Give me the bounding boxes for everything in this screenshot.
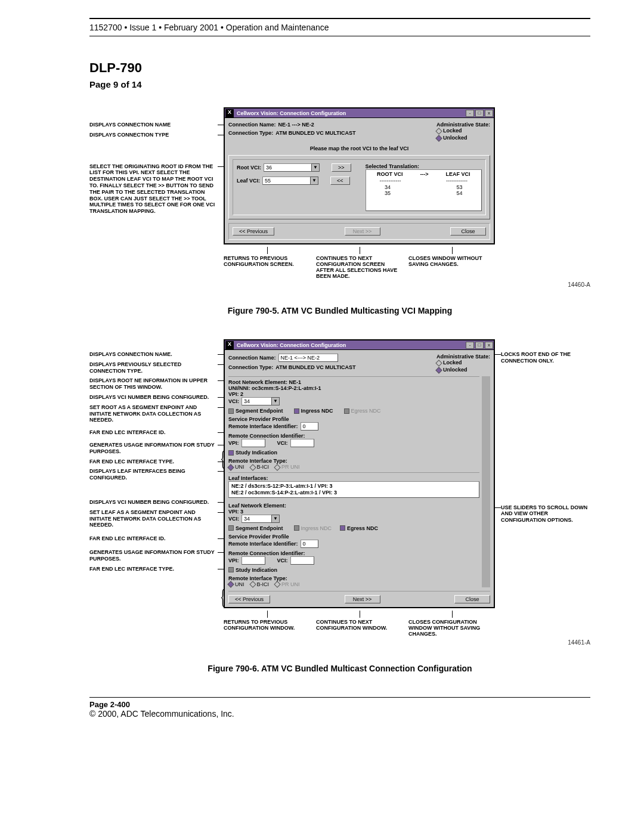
radio-icon[interactable] bbox=[249, 464, 256, 470]
radio-icon[interactable] bbox=[435, 367, 442, 373]
selected-translation-label: Selected Translation: bbox=[366, 163, 482, 169]
callout: DISPLAYS PREVIOUSLY SELECTED CONNECTION … bbox=[89, 361, 218, 374]
previous-button[interactable]: << Previous bbox=[228, 595, 270, 603]
rii-field[interactable]: 0 bbox=[301, 422, 318, 431]
translation-value: 34 bbox=[385, 184, 391, 191]
locked-label: Locked bbox=[443, 128, 462, 134]
figure-number: 14461-A bbox=[89, 639, 590, 646]
close-icon[interactable]: x bbox=[485, 342, 493, 349]
window-vci-mapping: X Cellworx Vision: Connection Configurat… bbox=[224, 107, 495, 244]
radio-icon[interactable] bbox=[274, 464, 280, 470]
leaf-if-label: Leaf Interfaces: bbox=[228, 475, 479, 481]
callout: DISPLAYS CONNECTION NAME. bbox=[89, 351, 218, 358]
callout: FAR END LEC INTERFACE ID. bbox=[89, 535, 218, 542]
callout-next: CONTINUES TO NEXT CONFIGURATION SCREEN A… bbox=[316, 247, 402, 279]
pruni-radio: PR UNI bbox=[281, 464, 300, 470]
figure-number: 14460-A bbox=[89, 281, 590, 288]
uni-nni-text: UNI/NNI: oc3cmm:S-14:P-2:L-atm:I-1 bbox=[228, 385, 479, 391]
leaf-vci-select[interactable]: 34 ▼ bbox=[242, 515, 280, 523]
leaf-ne-label: Leaf Network Element: bbox=[228, 503, 479, 509]
rci-vpi-field[interactable] bbox=[242, 439, 265, 447]
root-vci-label: Root VCI: bbox=[237, 165, 261, 171]
conn-name-label: Connection Name: bbox=[228, 122, 276, 128]
segment-endpoint-check: Segment Endpoint bbox=[236, 525, 283, 531]
checkbox-icon[interactable] bbox=[228, 525, 234, 531]
rci-label: Remote Connection Identifier: bbox=[228, 433, 479, 439]
maximize-icon[interactable]: □ bbox=[475, 110, 484, 117]
translation-listbox[interactable]: ROOT VCI ---> LEAF VCI ------------ ----… bbox=[366, 169, 482, 211]
close-icon[interactable]: x bbox=[485, 110, 493, 117]
rci-vci-field[interactable] bbox=[290, 439, 314, 447]
radio-icon[interactable] bbox=[435, 128, 442, 134]
chevron-down-icon[interactable]: ▼ bbox=[271, 515, 280, 523]
chevron-down-icon[interactable]: ▼ bbox=[310, 176, 318, 185]
close-button[interactable]: Close bbox=[450, 227, 486, 236]
checkbox-icon[interactable] bbox=[294, 525, 299, 531]
radio-icon[interactable] bbox=[435, 360, 442, 366]
minimize-icon[interactable]: - bbox=[466, 342, 474, 349]
col-arrow: ---> bbox=[420, 171, 428, 178]
callout: FAR END LEC INTERFACE TYPE. bbox=[89, 566, 218, 572]
rci-vpi-field[interactable] bbox=[242, 556, 265, 565]
rci-vci-label: VCI: bbox=[277, 558, 288, 563]
checkbox-icon[interactable] bbox=[228, 450, 234, 456]
minimize-icon[interactable]: - bbox=[466, 110, 474, 117]
callout-close: CLOSES WINDOW WITHOUT SAVING CHANGES. bbox=[408, 247, 495, 279]
radio-icon[interactable] bbox=[227, 581, 234, 588]
bici-radio: B-ICI bbox=[257, 464, 270, 470]
rii-field[interactable]: 0 bbox=[301, 540, 318, 548]
root-vpi-text: VPI: 2 bbox=[228, 391, 479, 397]
callout: SELECT THE ORIGINATING ROOT ID FROM THE … bbox=[89, 163, 218, 215]
radio-icon[interactable] bbox=[227, 464, 234, 470]
checkbox-icon[interactable] bbox=[228, 567, 234, 572]
study-indication-check: Study Indication bbox=[236, 450, 277, 456]
map-right-button[interactable]: >> bbox=[332, 163, 351, 172]
next-button[interactable]: Next >> bbox=[345, 227, 380, 236]
conn-name-field[interactable]: NE-1 <---> NE-2 bbox=[278, 354, 338, 362]
translation-value: 35 bbox=[385, 190, 391, 197]
figure-caption: Figure 790-5. ATM VC Bundled Multicastin… bbox=[89, 306, 590, 315]
conn-name-label: Connection Name: bbox=[228, 355, 276, 361]
locked-label: Locked bbox=[443, 360, 462, 366]
callout: FAR END LEC INTERFACE TYPE. bbox=[89, 459, 218, 465]
segment-endpoint-check: Segment Endpoint bbox=[236, 408, 283, 414]
col-leaf: LEAF VCI bbox=[446, 171, 470, 178]
window-menu-icon[interactable]: X bbox=[225, 109, 234, 117]
conn-type-label: Connection Type: bbox=[228, 364, 273, 370]
callout: DISPLAYS VCI NUMBER BEING CONFIGURED. bbox=[89, 499, 218, 506]
maximize-icon[interactable]: □ bbox=[475, 342, 484, 349]
close-button[interactable]: Close bbox=[454, 595, 490, 603]
rci-label: Remote Connection Identifier: bbox=[228, 550, 479, 556]
rit-label: Remote Interface Type: bbox=[228, 575, 479, 581]
chevron-down-icon[interactable]: ▼ bbox=[311, 163, 320, 172]
window-menu-icon[interactable]: X bbox=[225, 341, 234, 349]
radio-icon[interactable] bbox=[435, 135, 442, 141]
unlocked-label: Unlocked bbox=[443, 367, 467, 373]
callout: SET LEAF AS A SEGMENT ENPOINT AND INITIA… bbox=[89, 509, 218, 528]
leaf-if-listbox[interactable]: NE:2 / ds3crs:S-12:P-3:L-atm:I-1 / VPI: … bbox=[228, 481, 479, 498]
next-button[interactable]: Next >> bbox=[345, 595, 380, 603]
rii-label: Remote Interface Identifier: bbox=[228, 423, 298, 429]
callout: DISPLAYS VCI NUMBER BEING CONFIGURED. bbox=[89, 394, 218, 401]
radio-icon[interactable] bbox=[249, 581, 256, 588]
callout-previous: RETURNS TO PREVIOUS CONFIGURATION SCREEN… bbox=[224, 247, 310, 279]
spp-label: Service Provider Profile bbox=[228, 534, 479, 540]
callout: FAR END LEC INTERFACE ID. bbox=[89, 429, 218, 436]
root-vci-select[interactable]: 34 ▼ bbox=[242, 397, 280, 405]
chevron-down-icon[interactable]: ▼ bbox=[271, 397, 280, 405]
uni-radio: UNI bbox=[235, 581, 244, 587]
callout: LOCKS ROOT END OF THE CONNECTION ONLY. bbox=[501, 351, 590, 364]
rci-vci-field[interactable] bbox=[290, 556, 314, 565]
checkbox-icon[interactable] bbox=[228, 408, 234, 414]
conn-type-value: ATM BUNDLED VC MULTICAST bbox=[275, 130, 355, 136]
previous-button[interactable]: << Previous bbox=[233, 227, 274, 236]
checkbox-icon[interactable] bbox=[340, 525, 345, 531]
map-left-button[interactable]: << bbox=[330, 176, 350, 185]
radio-icon[interactable] bbox=[274, 581, 280, 588]
pruni-radio: PR UNI bbox=[281, 581, 300, 587]
leaf-vci-select[interactable]: 55 ▼ bbox=[262, 176, 318, 185]
checkbox-icon[interactable] bbox=[294, 408, 299, 414]
checkbox-icon[interactable] bbox=[344, 408, 349, 414]
callout: DISPLAYS LEAF INTERFACES BEING CONFIGURE… bbox=[89, 468, 218, 481]
root-vci-select[interactable]: 36 ▼ bbox=[264, 163, 320, 172]
